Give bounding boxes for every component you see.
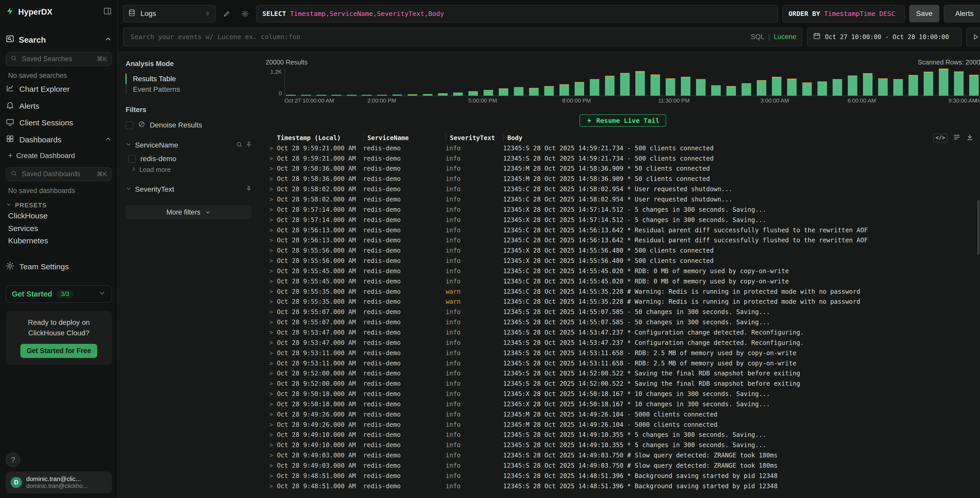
log-row[interactable]: >Oct 28 9:56:13.000 AMredis-demoinfo1234… [266,225,980,235]
histogram-bar[interactable] [954,68,964,95]
histogram-bar[interactable] [939,68,948,95]
presets-section-header[interactable]: PRESETS [6,201,112,210]
column-settings-icon[interactable] [953,133,961,142]
histogram-bar[interactable] [393,68,402,95]
collapse-sidebar-icon[interactable] [103,7,112,17]
language-sql-option[interactable]: SQL [751,33,764,41]
row-expand-icon[interactable]: > [266,155,277,162]
histogram-bar[interactable] [590,68,599,95]
sidebar-item-team-settings[interactable]: Team Settings [6,258,112,275]
log-row[interactable]: >Oct 28 9:55:56.000 AMredis-demoinfo1234… [266,246,980,256]
run-query-button[interactable] [966,27,980,46]
source-selector[interactable] [123,5,216,22]
log-row[interactable]: >Oct 28 9:57:14.000 AMredis-demoinfo1234… [266,214,980,225]
histogram-bar[interactable] [908,68,918,95]
more-filters-button[interactable]: More filters [126,205,252,219]
histogram-bar[interactable] [514,68,523,95]
select-clause-editor[interactable]: SELECT Timestamp,ServiceName,SeverityTex… [256,5,778,22]
row-expand-icon[interactable]: > [266,165,277,172]
histogram-bar[interactable] [848,68,857,95]
histogram-bar[interactable] [620,68,630,95]
histogram-bar[interactable] [301,68,311,95]
checkbox[interactable] [126,121,134,129]
histogram-bar[interactable] [317,68,326,95]
alerts-button[interactable]: Alerts [944,5,980,22]
histogram-bar[interactable] [484,68,493,95]
source-settings-button[interactable] [238,5,252,22]
load-more-button[interactable]: Load more [130,165,252,175]
histogram-bar[interactable] [651,68,660,95]
column-header-severitytext[interactable]: SeverityText [445,134,503,141]
row-expand-icon[interactable]: > [266,144,277,152]
sidebar-section-search[interactable]: Search [6,34,112,46]
preset-kubernetes[interactable]: Kubernetes [6,235,112,247]
histogram-bar[interactable] [408,68,417,95]
column-header-body[interactable]: Body [503,134,928,141]
log-row[interactable]: >Oct 28 9:53:11.000 AMredis-demoinfo1234… [266,348,980,358]
histogram-bar[interactable] [529,68,539,95]
histogram-bar[interactable] [802,68,812,95]
log-row[interactable]: >Oct 28 9:53:11.000 AMredis-demoinfo1234… [266,358,980,368]
histogram-bar[interactable] [818,68,827,95]
row-expand-icon[interactable]: > [266,267,277,275]
histogram-bar[interactable] [726,68,736,95]
histogram-bar[interactable] [574,68,584,95]
sidebar-item-alerts[interactable]: Alerts [6,98,112,114]
help-button[interactable]: ? [6,452,20,467]
saved-searches-input[interactable] [21,54,93,63]
checkbox[interactable] [128,155,136,163]
row-expand-icon[interactable]: > [266,400,277,408]
histogram-bar[interactable] [377,68,387,95]
histogram-bar[interactable] [757,68,766,95]
histogram-bar[interactable] [787,68,797,95]
row-expand-icon[interactable]: > [266,462,277,469]
row-expand-icon[interactable]: > [266,329,277,336]
histogram-bar[interactable] [423,68,433,95]
facet-servicename-header[interactable]: ServiceName [126,140,252,151]
preset-services[interactable]: Services [6,222,112,235]
row-expand-icon[interactable]: > [266,441,277,449]
histogram-bar[interactable] [468,68,478,95]
row-expand-icon[interactable]: > [266,288,277,295]
row-expand-icon[interactable]: > [266,227,277,234]
row-expand-icon[interactable]: > [266,206,277,213]
log-row[interactable]: >Oct 28 9:56:13.000 AMredis-demoinfo1234… [266,235,980,246]
log-row[interactable]: >Oct 28 9:58:36.000 AMredis-demoinfo1234… [266,163,980,174]
log-row[interactable]: >Oct 28 9:55:45.000 AMredis-demoinfo1234… [266,266,980,276]
log-row[interactable]: >Oct 28 9:48:51.000 AMredis-demoinfo1234… [266,471,980,481]
row-expand-icon[interactable]: > [266,195,277,203]
log-row[interactable]: >Oct 28 9:55:35.000 AMredis-demowarn1234… [266,286,980,297]
histogram-bar[interactable] [772,68,781,95]
time-range-picker[interactable]: Oct 27 10:00:00 - Oct 28 10:00:00 [807,27,962,46]
log-row[interactable]: >Oct 28 9:50:18.000 AMredis-demoinfo1234… [266,399,980,409]
row-expand-icon[interactable]: > [266,247,277,254]
row-expand-icon[interactable]: > [266,411,277,418]
sidebar-item-client-sessions[interactable]: Client Sessions [6,114,112,132]
row-expand-icon[interactable]: > [266,380,277,387]
histogram-bar[interactable] [499,68,508,95]
create-dashboard-button[interactable]: + Create Dashboard [8,150,112,161]
log-row[interactable]: >Oct 28 9:49:03.000 AMredis-demoinfo1234… [266,460,980,471]
log-row[interactable]: >Oct 28 9:53:47.000 AMredis-demoinfo1234… [266,327,980,338]
column-header-timestamp[interactable]: Timestamp (Local) [277,134,363,141]
log-row[interactable]: >Oct 28 9:59:21.000 AMredis-demoinfo1234… [266,153,980,163]
save-button[interactable]: Save [909,5,939,22]
histogram-bar[interactable] [969,68,979,95]
user-menu[interactable]: D dominic.tran@clic... dominic.tran@clic… [6,471,112,493]
facet-option-redis-demo[interactable]: redis-demo [128,154,252,165]
histogram-bar[interactable] [286,68,296,95]
histogram-bar[interactable] [666,68,675,95]
sidebar-item-chart-explorer[interactable]: Chart Explorer [6,81,112,98]
row-expand-icon[interactable]: > [266,360,277,367]
resume-live-tail-button[interactable]: Resume Live Tail [579,114,666,127]
download-icon[interactable] [966,133,974,142]
pin-icon[interactable] [246,141,252,149]
row-expand-icon[interactable]: > [266,319,277,326]
row-expand-icon[interactable]: > [266,236,277,244]
log-row[interactable]: >Oct 28 9:53:47.000 AMredis-demoinfo1234… [266,338,980,348]
histogram-bar[interactable] [741,68,751,95]
log-row[interactable]: >Oct 28 9:49:26.000 AMredis-demoinfo1234… [266,409,980,419]
row-expand-icon[interactable]: > [266,308,277,316]
event-search-input[interactable] [129,32,746,41]
facet-severitytext-header[interactable]: SeverityText [126,184,252,195]
